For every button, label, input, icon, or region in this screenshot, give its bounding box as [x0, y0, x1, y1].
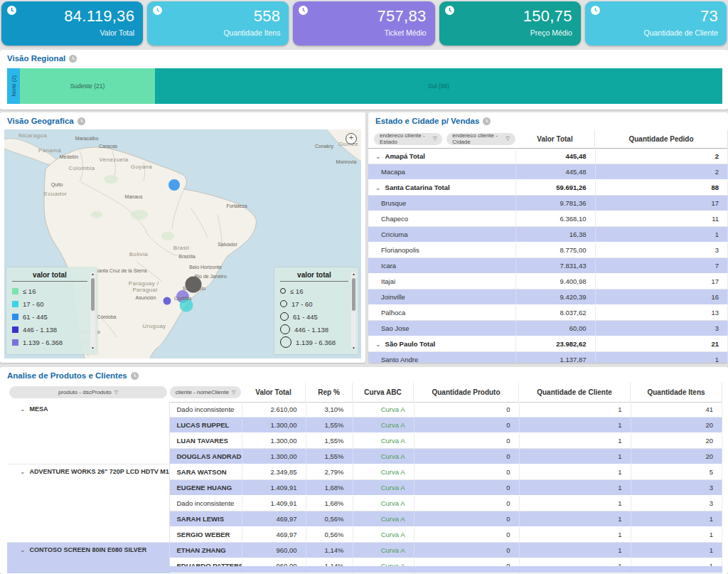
bar-segment-norte[interactable]: Norte (2) [7, 68, 20, 104]
kpi-card-valor-total[interactable]: 84.119,36 Valor Total [1, 1, 143, 46]
map-label-country: Paraguai [132, 287, 157, 293]
table-row[interactable]: Sao Jose60,003 [368, 321, 728, 336]
table-row[interactable]: ⌄Santa Catarina Total59.691,2688 [368, 180, 728, 196]
filter-pill-cliente[interactable]: cliente - nomeCliente▽ [170, 386, 242, 398]
scroll-down-icon[interactable]: ▼ [351, 346, 356, 350]
column-header-valor-total[interactable]: Valor Total [515, 129, 595, 148]
map-label-city: Belo Horizonte [189, 265, 222, 270]
map-label-city: Fortaleza [226, 203, 247, 208]
segment-label: Sudeste (21) [70, 83, 105, 90]
legend-swatch [12, 301, 18, 307]
table-row[interactable]: ⌄ADVENTURE WORKS 26" 720P LCD HDTV M140 … [7, 464, 722, 480]
filter-pill-produto[interactable]: produto - dscProduto▽ [9, 386, 167, 398]
table-row[interactable]: Chapeco6.368,1011 [368, 211, 728, 227]
legend-item[interactable]: 17 - 60 [280, 297, 348, 310]
clock-icon [153, 6, 162, 15]
panel-title-text: Analise de Produtos e Clientes [7, 371, 127, 380]
table-row[interactable]: ⌄Amapá Total445,482 [368, 149, 728, 164]
kpi-label: Preço Médio [530, 28, 572, 37]
chevron-down-icon[interactable]: ⌄ [20, 405, 26, 413]
clipped-next-row [7, 566, 722, 573]
table-row[interactable]: Macapa445,482 [368, 164, 728, 180]
segment-label: Norte (2) [11, 75, 17, 97]
chevron-down-icon[interactable]: ⌄ [20, 546, 26, 553]
kpi-card-preco-medio[interactable]: 150,75 Preço Médio [439, 1, 581, 46]
legend-item[interactable]: 446 - 1.138 [280, 323, 348, 336]
table-row[interactable]: Palhoca8.037,6213 [368, 305, 728, 321]
legend-item[interactable]: 61 - 445 [12, 310, 87, 323]
legend-circle [280, 288, 286, 294]
chevron-down-icon[interactable]: ⌄ [375, 184, 381, 191]
kpi-label: Quantidade Itens [223, 28, 280, 37]
kpi-card-ticket-medio[interactable]: 757,83 Ticket Médio [293, 1, 434, 46]
filter-pill-estado[interactable]: endereco cliente - Estado▽ [374, 133, 442, 145]
filter-pill-cidade[interactable]: endereco cliente - Cidade▽ [446, 133, 515, 145]
column-header-rep[interactable]: Rep % [306, 383, 353, 402]
panel-title-text: Visão Geografica [7, 117, 74, 125]
legend-item[interactable]: 17 - 60 [12, 297, 87, 310]
table-row[interactable]: Icara7.831,437 [368, 258, 728, 274]
kpi-label: Valor Total [100, 28, 135, 37]
map-label-city: São Paulo [183, 286, 205, 291]
legend-item[interactable]: 446 - 1.138 [12, 323, 87, 336]
map-label-country: Paraguay / [129, 280, 159, 287]
map-label-city: Curitiba [174, 296, 191, 301]
map-label-country: Uruguay [142, 323, 166, 329]
produtos-clientes-panel: Analise de Produtos e Clientes produto -… [0, 367, 728, 574]
table-row[interactable]: Joinville9.420,3916 [368, 289, 728, 305]
map-canvas[interactable]: NicaraguaMaracaiboCaracasPanamáMedellínV… [4, 129, 361, 358]
table-row[interactable]: Santo Andre1.137,871 [368, 352, 728, 363]
legend-scrollbar[interactable]: ▲▼ [351, 272, 356, 350]
table-row[interactable]: ⌄MESA Dado inconsistente2.610,003,10%Cur… [7, 402, 722, 418]
column-header-quantidade-pedido[interactable]: Quantidade Pedido [595, 129, 728, 148]
kpi-card-quantidade-itens[interactable]: 558 Quantidade Itens [147, 1, 289, 46]
map-zoom-in-button[interactable]: + [346, 133, 357, 144]
clock-icon [299, 6, 308, 15]
legend-label: 17 - 60 [291, 300, 313, 308]
legend-label: ≤ 16 [23, 287, 36, 295]
column-header-curva-abc[interactable]: Curva ABC [353, 383, 414, 402]
legend-swatch [12, 326, 18, 333]
scroll-thumb[interactable] [352, 278, 355, 311]
table-row[interactable]: ⌄São Paulo Total23.982,6221 [368, 336, 728, 352]
legend-item[interactable]: 1.139 - 6.368 [12, 336, 87, 349]
product-group-cell: ⌄ADVENTURE WORKS 26" 720P LCD HDTV M140 … [7, 464, 169, 543]
scroll-down-icon[interactable]: ▼ [90, 346, 95, 350]
filter-pill-label: endereco cliente - Cidade [452, 132, 503, 145]
scroll-thumb[interactable] [91, 278, 95, 311]
column-header-quantidade-cliente[interactable]: Quantidade de Cliente [519, 383, 631, 402]
chevron-down-icon[interactable]: ⌄ [20, 468, 26, 475]
map-label-city: Medellín [60, 154, 78, 159]
bar-segment-sul[interactable]: Sul (88) [155, 68, 722, 104]
scroll-up-icon[interactable]: ▲ [351, 272, 356, 276]
table-row[interactable]: Florianopolis8.775,003 [368, 243, 728, 258]
table-row[interactable]: Itajai9.400,9817 [368, 274, 728, 289]
table-row[interactable]: Brusque9.781,3617 [368, 196, 728, 211]
bar-segment-sudeste[interactable]: Sudeste (21) [20, 68, 155, 104]
product-group-cell: ⌄MESA [7, 402, 169, 464]
legend-item[interactable]: 61 - 445 [280, 310, 348, 323]
legend-item[interactable]: ≤ 16 [280, 285, 348, 297]
kpi-card-quantidade-cliente[interactable]: 73 Quantidade de Cliente [585, 1, 727, 46]
scroll-up-icon[interactable]: ▲ [90, 272, 95, 276]
clock-icon [131, 372, 139, 380]
produtos-title-row: Analise de Produtos e Clientes [0, 367, 728, 380]
legend-scrollbar[interactable]: ▲▼ [90, 272, 95, 350]
kpi-label: Quantidade de Cliente [644, 28, 719, 37]
column-header-valor-total[interactable]: Valor Total [242, 383, 306, 402]
legend-item[interactable]: 1.139 - 6.368 [280, 336, 348, 349]
legend-item[interactable]: ≤ 16 [12, 285, 87, 297]
legend-label: 1.139 - 6.368 [296, 339, 336, 346]
column-header-quantidade-produto[interactable]: Quantidade Produto [414, 383, 519, 402]
clock-icon [445, 6, 454, 15]
chevron-down-icon[interactable]: ⌄ [375, 153, 381, 160]
map-label-country: Guyana [131, 164, 152, 170]
table-row[interactable]: ⌄CONTOSO SCREEN 80IN E080 SILVER ETHAN Z… [7, 543, 722, 558]
legend-label: 446 - 1.138 [23, 326, 57, 334]
panel-title-text: Visão Regional [7, 54, 65, 63]
panel-title-text: Estado e Cidade p/ Vendas [375, 117, 479, 125]
table-row[interactable]: Criciuma16,381 [368, 227, 728, 243]
chevron-down-icon[interactable]: ⌄ [375, 341, 381, 348]
column-header-quantidade-itens[interactable]: Quantidade Itens [631, 383, 722, 402]
legend-title: valor total [280, 271, 348, 282]
